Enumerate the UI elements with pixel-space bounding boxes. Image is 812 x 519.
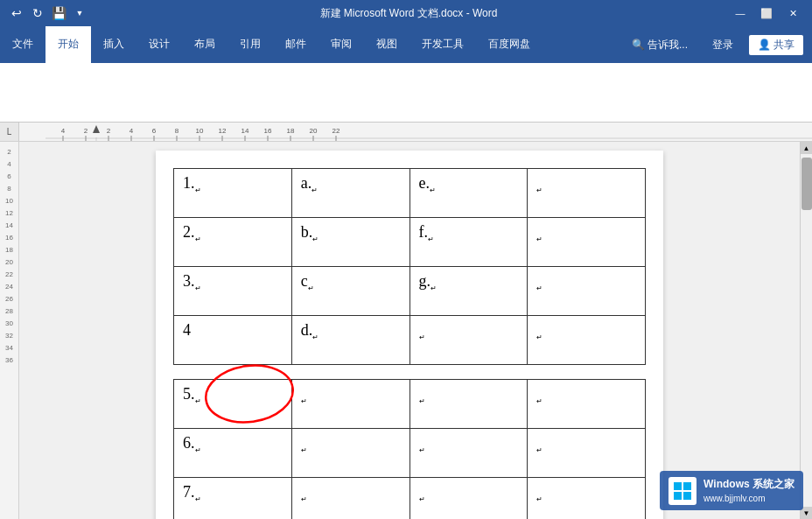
cell-7-1[interactable]: 7.↵	[174, 478, 292, 520]
cell-6-3[interactable]: ↵	[410, 429, 528, 478]
cell-3-1[interactable]: 3.↵	[174, 267, 292, 316]
svg-marker-28	[93, 125, 100, 133]
minimize-button[interactable]: —	[728, 1, 752, 25]
cell-2-2[interactable]: b.↵	[291, 218, 410, 267]
share-button[interactable]: 👤 共享	[749, 35, 803, 55]
table-1: 1.↵ a.↵ e.↵ ↵ 2.↵ b.↵ f.↵ ↵ 3.↵ c↵ g	[173, 168, 646, 365]
undo-button[interactable]: ↩	[7, 4, 26, 23]
side-mark-30: 30	[5, 317, 13, 329]
cell-5-2[interactable]: ↵	[291, 380, 410, 429]
cell-2-3[interactable]: f.↵	[410, 218, 528, 267]
svg-text:10: 10	[196, 127, 204, 135]
table-row: 1.↵ a.↵ e.↵ ↵	[174, 169, 646, 218]
redo-button[interactable]: ↻	[28, 4, 47, 23]
scrollbar-up[interactable]: ▲	[801, 142, 813, 154]
login-button[interactable]: 登录	[704, 36, 742, 54]
side-mark-18: 18	[5, 243, 13, 256]
side-mark-26: 26	[5, 292, 13, 305]
tell-me-button[interactable]: 🔍 告诉我...	[623, 36, 696, 54]
svg-text:2: 2	[84, 127, 88, 135]
tab-view[interactable]: 视图	[364, 26, 410, 63]
cell-7-4[interactable]: ↵	[528, 478, 646, 520]
save-button[interactable]: 💾	[49, 4, 68, 23]
title-bar-right: — ⬜ ✕	[728, 1, 805, 25]
share-icon: 👤	[758, 39, 771, 51]
cell-6-1[interactable]: 6.↵	[174, 429, 292, 478]
tab-references[interactable]: 引用	[228, 26, 273, 63]
tab-mailings[interactable]: 邮件	[273, 26, 318, 63]
cell-3-2[interactable]: c↵	[291, 267, 410, 316]
cell-1-3[interactable]: e.↵	[410, 169, 528, 218]
watermark: Windows 系统之家 www.bjjmlv.com	[660, 471, 803, 510]
tab-review[interactable]: 审阅	[318, 26, 364, 63]
cell-2-1[interactable]: 2.↵	[174, 218, 292, 267]
cell-1-2[interactable]: a.↵	[291, 169, 410, 218]
table-row: 2.↵ b.↵ f.↵ ↵	[174, 218, 646, 267]
table-row: 7.↵ ↵ ↵ ↵	[174, 478, 646, 520]
cell-5-1[interactable]: 5.↵	[174, 380, 292, 429]
tab-layout[interactable]: 布局	[182, 26, 228, 63]
side-mark-20: 20	[5, 256, 13, 268]
share-label: 共享	[774, 38, 794, 53]
main-area: 2 4 6 8 10 12 14 16 18 20 22 24 26 28 30…	[0, 142, 812, 519]
table-row: 3.↵ c↵ g.↵ ↵	[174, 267, 646, 316]
cell-2-4[interactable]: ↵	[528, 218, 646, 267]
cell-7-3[interactable]: ↵	[410, 478, 528, 520]
cell-4-3[interactable]: ↵	[410, 316, 528, 365]
svg-text:14: 14	[242, 127, 249, 135]
cell-7-2[interactable]: ↵	[291, 478, 410, 520]
ribbon-right: 🔍 告诉我... 登录 👤 共享	[623, 26, 812, 63]
cell-4-1[interactable]: 4	[174, 316, 292, 365]
svg-text:22: 22	[332, 127, 340, 135]
table-row: 6.↵ ↵ ↵ ↵	[174, 429, 646, 478]
doc-area[interactable]: 1.↵ a.↵ e.↵ ↵ 2.↵ b.↵ f.↵ ↵ 3.↵ c↵ g	[19, 142, 800, 519]
cell-5-4[interactable]: ↵	[528, 380, 646, 429]
title-bar-title: 新建 Microsoft Word 文档.docx - Word	[89, 6, 728, 21]
cell-4-2[interactable]: d.↵	[291, 316, 410, 365]
svg-rect-32	[674, 492, 682, 500]
side-mark-12: 12	[5, 207, 13, 219]
close-button[interactable]: ✕	[780, 1, 805, 25]
side-mark-24: 24	[5, 280, 13, 292]
watermark-icon	[668, 477, 696, 505]
side-mark-36: 36	[5, 354, 13, 366]
cell-4-4[interactable]: ↵	[528, 316, 646, 365]
tab-baidu[interactable]: 百度网盘	[476, 26, 542, 63]
document-page[interactable]: 1.↵ a.↵ e.↵ ↵ 2.↵ b.↵ f.↵ ↵ 3.↵ c↵ g	[156, 151, 663, 519]
side-mark-16: 16	[5, 231, 13, 243]
cell-6-2[interactable]: ↵	[291, 429, 410, 478]
table-row: 5.↵ ↵ ↵ ↵	[174, 380, 646, 429]
ruler: L 4 2 2 4 6 8 10 12 14 16 18 20 22	[0, 123, 812, 142]
vertical-scrollbar[interactable]: ▲ ▼	[800, 142, 812, 519]
side-mark-2: 2	[7, 145, 10, 158]
side-ruler: 2 4 6 8 10 12 14 16 18 20 22 24 26 28 30…	[0, 142, 19, 519]
cell-6-4[interactable]: ↵	[528, 429, 646, 478]
toolbar-content	[0, 63, 812, 123]
cell-5-3[interactable]: ↵	[410, 380, 528, 429]
table-2: 5.↵ ↵ ↵ ↵ 6.↵ ↵ ↵ ↵ 7.↵ ↵ ↵	[173, 379, 646, 519]
title-bar: ↩ ↻ 💾 ▼ 新建 Microsoft Word 文档.docx - Word…	[0, 0, 812, 26]
side-mark-22: 22	[5, 268, 13, 280]
cell-3-4[interactable]: ↵	[528, 267, 646, 316]
tab-design[interactable]: 设计	[136, 26, 182, 63]
cell-3-3[interactable]: g.↵	[410, 267, 528, 316]
ribbon: 文件 开始 插入 设计 布局 引用 邮件 审阅 视图 开发工具 百度网盘 🔍 告…	[0, 26, 812, 63]
scrollbar-thumb[interactable]	[802, 158, 812, 210]
title-bar-left: ↩ ↻ 💾 ▼	[7, 4, 89, 23]
tab-file[interactable]: 文件	[0, 26, 46, 63]
maximize-button[interactable]: ⬜	[754, 1, 779, 25]
svg-text:16: 16	[264, 127, 272, 135]
table-row: 4 d.↵ ↵ ↵	[174, 316, 646, 365]
cell-1-4[interactable]: ↵	[528, 169, 646, 218]
tab-developer[interactable]: 开发工具	[410, 26, 476, 63]
tab-home[interactable]: 开始	[46, 26, 91, 63]
watermark-title: Windows 系统之家	[704, 476, 794, 492]
cell-1-1[interactable]: 1.↵	[174, 169, 292, 218]
svg-text:18: 18	[287, 127, 295, 135]
ruler-svg: 4 2 2 4 6 8 10 12 14 16 18 20 22	[46, 123, 812, 142]
tab-insert[interactable]: 插入	[91, 26, 136, 63]
svg-rect-33	[683, 492, 691, 500]
dropdown-button[interactable]: ▼	[70, 4, 89, 23]
side-mark-10: 10	[5, 194, 13, 207]
svg-text:12: 12	[219, 127, 227, 135]
